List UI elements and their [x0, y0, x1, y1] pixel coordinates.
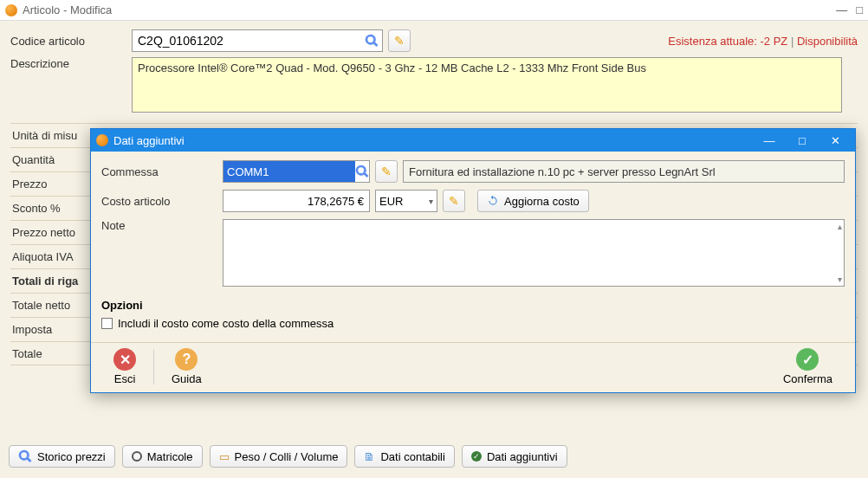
edit-commessa-button[interactable]: ✎ — [375, 160, 398, 183]
main-titlebar: Articolo - Modifica — □ — [0, 0, 868, 21]
note-textarea[interactable]: ▴ ▾ — [223, 219, 845, 287]
check-icon: ✓ — [796, 348, 819, 371]
dialog-action-bar: ✕ Esci ? Guida ✓ Conferma — [91, 342, 855, 392]
pencil-icon: ✎ — [449, 194, 459, 208]
help-icon: ? — [175, 348, 198, 371]
extra-data-dialog: Dati aggiuntivi — □ ✕ Commessa COMM1 ✎ F… — [90, 128, 856, 393]
scroll-up-icon[interactable]: ▴ — [838, 222, 842, 231]
scroll-down-icon[interactable]: ▾ — [838, 275, 842, 284]
extra-data-button[interactable]: ✓ Dati aggiuntivi — [462, 445, 567, 468]
description-text[interactable]: Processore Intel® Core™2 Quad - Mod. Q96… — [132, 57, 842, 113]
dialog-close-button[interactable]: ✕ — [820, 132, 850, 149]
dialog-minimize-button[interactable]: — — [755, 132, 784, 149]
exit-button[interactable]: ✕ Esci — [105, 348, 145, 385]
include-cost-checkbox-row[interactable]: Includi il costo come costo della commes… — [101, 317, 845, 330]
refresh-icon — [487, 195, 499, 207]
confirm-button[interactable]: ✓ Conferma — [774, 348, 841, 385]
edit-cost-button[interactable]: ✎ — [443, 190, 465, 212]
circle-icon — [132, 451, 142, 462]
history-button[interactable]: Storico prezzi — [9, 445, 115, 468]
close-icon: ✕ — [113, 348, 136, 371]
commessa-input[interactable]: COMM1 — [223, 160, 370, 183]
weight-button[interactable]: ▭ Peso / Colli / Volume — [210, 445, 348, 468]
serials-button[interactable]: Matricole — [122, 445, 203, 468]
commessa-label: Commessa — [101, 165, 223, 178]
help-button[interactable]: ? Guida — [163, 348, 211, 385]
app-icon — [96, 134, 108, 146]
currency-select[interactable]: EUR ▾ — [375, 190, 437, 212]
pencil-icon: ✎ — [381, 165, 392, 178]
code-input[interactable] — [136, 31, 365, 50]
bottom-toolbar: Storico prezzi Matricole ▭ Peso / Colli … — [0, 440, 868, 473]
search-icon[interactable] — [365, 34, 379, 48]
app-icon — [5, 4, 17, 16]
dialog-maximize-button[interactable]: □ — [787, 132, 817, 149]
update-cost-button[interactable]: Aggiorna costo — [477, 190, 589, 212]
code-input-wrap[interactable] — [132, 29, 383, 52]
commessa-value: COMM1 — [223, 161, 355, 182]
accounting-button[interactable]: 🗎 Dati contabili — [354, 445, 454, 468]
dialog-title: Dati aggiuntivi — [113, 134, 185, 147]
search-icon — [18, 449, 32, 463]
checkbox-icon[interactable] — [101, 318, 113, 329]
minimize-icon[interactable]: — — [836, 3, 847, 16]
include-cost-label: Includi il costo come costo della commes… — [118, 317, 334, 330]
search-icon[interactable] — [355, 165, 369, 178]
commessa-description: Fornitura ed installazione n.10 pc + ser… — [403, 160, 845, 183]
window-title: Articolo - Modifica — [23, 3, 112, 16]
desc-label: Descrizione — [10, 57, 132, 70]
note-label: Note — [101, 219, 223, 232]
cost-label: Costo articolo — [101, 195, 223, 208]
cost-input[interactable]: 178,2675 € — [223, 190, 370, 212]
chevron-down-icon: ▾ — [429, 197, 433, 206]
box-icon: ▭ — [219, 450, 230, 463]
dialog-titlebar: Dati aggiuntivi — □ ✕ — [91, 129, 855, 152]
doc-icon: 🗎 — [364, 450, 375, 463]
check-icon: ✓ — [471, 451, 482, 462]
stock-status[interactable]: Esistenza attuale: -2 PZ | Disponibilità — [668, 35, 858, 48]
separator — [153, 350, 154, 384]
code-label: Codice articolo — [10, 35, 132, 48]
options-header: Opzioni — [101, 299, 845, 312]
maximize-icon[interactable]: □ — [856, 3, 863, 16]
edit-code-button[interactable]: ✎ — [388, 29, 411, 52]
pencil-icon: ✎ — [394, 34, 405, 48]
